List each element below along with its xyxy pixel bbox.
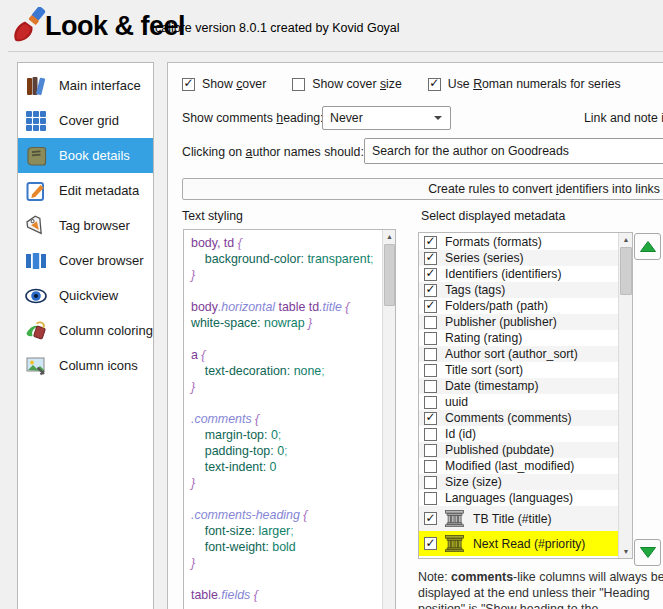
checkbox-icon[interactable] (428, 78, 441, 91)
sidebar-item-quickview[interactable]: Quickview (18, 278, 153, 313)
roman-numerals-checkbox[interactable]: Use Roman numerals for series (428, 77, 621, 91)
sidebar-item-label: Main interface (59, 78, 141, 93)
column-icon-gray (437, 510, 465, 527)
checkbox-icon[interactable] (424, 412, 437, 425)
sidebar-item-main-interface[interactable]: Main interface (18, 68, 153, 103)
show-cover-size-label: Show cover size (312, 77, 402, 91)
checkbox-icon[interactable] (424, 268, 437, 281)
metadata-row-tb-title-#title-[interactable]: TB Title (#title) (419, 506, 618, 531)
metadata-row-size-size-[interactable]: Size (size) (419, 474, 618, 490)
sidebar-item-tag-browser[interactable]: Tag browser (18, 208, 153, 243)
show-cover-checkbox[interactable]: Show cover (182, 77, 266, 91)
css-code-line: } (191, 475, 380, 491)
scroll-down-icon[interactable]: ▼ (619, 545, 633, 558)
checkbox-icon[interactable] (424, 348, 437, 361)
metadata-row-label: Published (pubdate) (445, 443, 554, 457)
metadata-row-modified-last_modified-[interactable]: Modified (last_modified) (419, 458, 618, 474)
checkbox-icon[interactable] (424, 396, 437, 409)
metadata-row-identifiers-identifiers-[interactable]: Identifiers (identifiers) (419, 266, 618, 282)
sidebar-item-book-details[interactable]: Book details (18, 138, 153, 173)
checkbox-icon[interactable] (424, 492, 437, 505)
metadata-row-series-series-[interactable]: Series (series) (419, 250, 618, 266)
metadata-row-folders-path-path-[interactable]: Folders/path (path) (419, 298, 618, 314)
scrollbar-thumb[interactable] (384, 244, 395, 306)
metadata-row-uuid[interactable]: uuid (419, 394, 618, 410)
metadata-row-label: Series (series) (445, 251, 524, 265)
checkbox-icon[interactable] (424, 284, 437, 297)
category-sidebar: Main interfaceCover gridBook detailsEdit… (17, 62, 154, 609)
sidebar-item-cover-grid[interactable]: Cover grid (18, 103, 153, 138)
checkbox-icon[interactable] (424, 380, 437, 393)
checkbox-icon[interactable] (424, 316, 437, 329)
css-editor[interactable]: body, td { background-color: transparent… (183, 229, 396, 609)
sidebar-item-column-coloring[interactable]: Column coloring (18, 313, 153, 348)
css-code-line: text-decoration: none; (191, 363, 380, 379)
metadata-row-publisher-publisher-[interactable]: Publisher (publisher) (419, 314, 618, 330)
checkbox-icon[interactable] (182, 78, 195, 91)
metadata-row-date-timestamp-[interactable]: Date (timestamp) (419, 378, 618, 394)
header: Look & feel calibre version 8.0.1 create… (0, 0, 663, 51)
metadata-row-published-pubdate-[interactable]: Published (pubdate) (419, 442, 618, 458)
checkbox-icon[interactable] (424, 236, 437, 249)
coloring-icon (24, 319, 48, 343)
css-code-line: background-color: transparent; (191, 251, 380, 267)
sidebar-item-label: Column icons (59, 358, 138, 373)
editor-scrollbar[interactable]: ▲ (382, 230, 395, 609)
metadata-row-label: Languages (languages) (445, 491, 573, 505)
author-click-select[interactable]: Search for the author on Goodreads (364, 138, 663, 164)
scroll-up-icon[interactable]: ▲ (383, 230, 396, 243)
metadata-row-label: Folders/path (path) (445, 299, 548, 313)
css-code[interactable]: body, td { background-color: transparent… (191, 235, 380, 603)
metadata-row-label: Author sort (author_sort) (445, 347, 578, 361)
metadata-row-title-sort-sort-[interactable]: Title sort (sort) (419, 362, 618, 378)
metadata-row-comments-comments-[interactable]: Comments (comments) (419, 410, 618, 426)
css-code-line: padding-top: 0; (191, 443, 380, 459)
checkbox-icon[interactable] (424, 476, 437, 489)
create-rules-button[interactable]: Create rules to convert identifiers into… (182, 178, 663, 200)
grid-icon (24, 109, 48, 133)
comments-heading-select[interactable]: Never (322, 106, 451, 130)
checkbox-icon[interactable] (424, 537, 437, 550)
metadata-row-id-id-[interactable]: Id (id) (419, 426, 618, 442)
checkbox-icon[interactable] (424, 364, 437, 377)
checkbox-icon[interactable] (424, 460, 437, 473)
roman-numerals-label: Use Roman numerals for series (448, 77, 621, 91)
metadata-row-label: Next Read (#priority) (473, 537, 585, 551)
select-metadata-label: Select displayed metadata (421, 209, 565, 223)
paintbrush-icon (10, 7, 48, 45)
checkbox-icon[interactable] (424, 428, 437, 441)
metadata-row-formats-formats-[interactable]: Formats (formats) (419, 234, 618, 250)
metadata-row-languages-languages-[interactable]: Languages (languages) (419, 490, 618, 506)
scroll-up-icon[interactable]: ▲ (619, 233, 633, 246)
metadata-row-label: uuid (445, 395, 468, 409)
sidebar-item-cover-browser[interactable]: Cover browser (18, 243, 153, 278)
checkbox-icon[interactable] (292, 78, 305, 91)
metadata-row-label: Id (id) (445, 427, 476, 441)
css-code-line: .comments { (191, 411, 380, 427)
css-code-line: text-indent: 0 (191, 459, 380, 475)
move-up-button[interactable] (634, 233, 661, 260)
metadata-row-rating-rating-[interactable]: Rating (rating) (419, 330, 618, 346)
tag-icon (24, 214, 48, 238)
metadata-list: Formats (formats)Series (series)Identifi… (418, 232, 633, 559)
scrollbar-thumb[interactable] (620, 247, 632, 295)
css-code-line: margin-top: 0; (191, 427, 380, 443)
header-divider (8, 51, 663, 52)
metadata-row-label: TB Title (#title) (473, 512, 552, 526)
css-code-line: body.horizontal table td.title { (191, 299, 380, 315)
metadata-row-next-read-#priority-[interactable]: Next Read (#priority) (419, 531, 618, 556)
metadata-row-tags-tags-[interactable]: Tags (tags) (419, 282, 618, 298)
sidebar-item-label: Cover browser (59, 253, 144, 268)
list-scrollbar[interactable]: ▲ ▼ (618, 233, 632, 558)
checkbox-icon[interactable] (424, 332, 437, 345)
checkbox-icon[interactable] (424, 444, 437, 457)
sidebar-item-column-icons[interactable]: Column icons (18, 348, 153, 383)
move-down-button[interactable] (634, 539, 661, 566)
metadata-row-author-sort-author_sort-[interactable]: Author sort (author_sort) (419, 346, 618, 362)
show-cover-size-checkbox[interactable]: Show cover size (292, 77, 402, 91)
checkbox-icon[interactable] (424, 300, 437, 313)
checkbox-icon[interactable] (424, 512, 437, 525)
metadata-row-label: Tags (tags) (445, 283, 505, 297)
checkbox-icon[interactable] (424, 252, 437, 265)
sidebar-item-edit-metadata[interactable]: Edit metadata (18, 173, 153, 208)
